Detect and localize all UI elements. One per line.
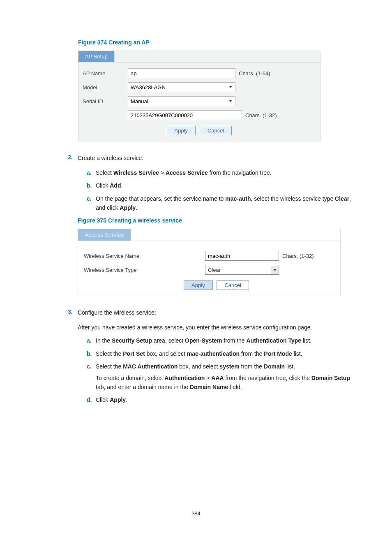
step-3-intro: After you have created a wireless servic… [78, 323, 355, 332]
t: Select the [96, 350, 123, 357]
serial-value-input[interactable] [128, 110, 242, 120]
t: mac-auth [225, 195, 251, 202]
t: Domain [264, 363, 285, 370]
t: Apply [110, 396, 126, 403]
step-3b-alpha: b. [87, 350, 92, 359]
step-2: 2. Create a wireless service: a. Select … [68, 154, 355, 296]
t: > [159, 169, 166, 176]
step-2c-alpha: c. [87, 195, 92, 204]
step-2a: a. Select Wireless Service > Access Serv… [87, 169, 355, 178]
t: Select [96, 169, 113, 176]
t: Add [110, 182, 121, 189]
t: Domain Name [190, 384, 228, 390]
step-3c-alpha: c. [87, 362, 92, 371]
step-2c: c. On the page that appears, set the ser… [87, 195, 355, 212]
step-3b: b. Select the Port Set box, and select m… [87, 350, 355, 359]
t: from the navigation tree, click the [224, 375, 311, 381]
t: On the page that appears, set the servic… [96, 195, 225, 202]
ws-name-input[interactable] [205, 251, 279, 261]
cancel-button[interactable]: Cancel [200, 126, 232, 135]
t: , select the wireless service type [251, 195, 335, 202]
label-model: Model [83, 84, 128, 90]
label-ws-name: Wireless Service Name [84, 253, 205, 259]
t: system [219, 363, 239, 370]
t: Security Setup [112, 337, 152, 344]
t: Click [96, 396, 110, 403]
step-3c: c. Select the MAC Authentication box, an… [87, 362, 355, 392]
t: To create a domain, select [96, 375, 164, 381]
page-number: 384 [0, 510, 392, 517]
t: Domain Setup [311, 375, 350, 381]
t: field. [228, 384, 242, 390]
figure-375-title: Figure 375 Creating a wireless service [78, 217, 355, 224]
t: Access Service [166, 169, 208, 176]
ws-type-value: Clear [208, 267, 221, 273]
step-3a-alpha: a. [87, 336, 92, 345]
step-3d-alpha: d. [87, 396, 92, 405]
cancel-button[interactable]: Cancel [217, 280, 249, 290]
chevron-down-icon [271, 266, 278, 274]
step-3c-extra: To create a domain, select Authenticatio… [96, 374, 355, 392]
t: > [205, 375, 211, 381]
t: tab, and enter a domain name in the [96, 384, 190, 390]
t: Port Mode [264, 350, 292, 357]
serial-id-select[interactable] [128, 96, 235, 106]
ap-name-input[interactable] [128, 68, 235, 78]
apply-button[interactable]: Apply [184, 280, 213, 290]
step-3-num: 3. [68, 308, 73, 315]
step-2-num: 2. [68, 154, 73, 160]
t: Authentication [164, 375, 205, 381]
step-3d: d. Click Apply. [87, 396, 355, 405]
t: list. [301, 337, 311, 344]
step-3-title: Configure the wireless service: [78, 309, 156, 316]
t: from the [222, 337, 246, 344]
model-select[interactable] [128, 82, 235, 92]
hint-ap-name: Chars. (1-64) [239, 70, 270, 76]
figure-374-title: Figure 374 Creating an AP [78, 39, 355, 46]
t: Apply [120, 204, 136, 211]
t: Clear [335, 195, 349, 202]
ap-setup-panel: AP Setup AP Name Chars. (1-64) Model Ser… [78, 51, 321, 141]
tab-access-service[interactable]: Access Service [78, 229, 131, 241]
step-2b-alpha: b. [87, 181, 92, 190]
t: Click [96, 182, 110, 189]
step-3: 3. Configure the wireless service: After… [68, 308, 355, 405]
t: . [126, 396, 127, 403]
ws-type-select[interactable]: Clear [205, 265, 279, 275]
t: . [121, 182, 122, 189]
t: from the [240, 350, 264, 357]
label-ap-name: AP Name [83, 70, 128, 76]
t: . [136, 204, 137, 211]
t: from the [240, 363, 264, 370]
step-3a: a. In the Security Setup area, select Op… [87, 336, 355, 345]
t: mac-authentication [187, 350, 240, 357]
t: Port Set [123, 350, 145, 357]
t: Authentication Type [247, 337, 302, 344]
t: MAC Authentication [123, 363, 178, 370]
t: list. [285, 363, 295, 370]
t: box, and select [178, 363, 219, 370]
tab-rest [131, 229, 340, 241]
label-ws-type: Wireless Service Type [84, 267, 205, 273]
step-2b: b. Click Add. [87, 181, 355, 190]
t: list. [292, 350, 302, 357]
t: Open-System [185, 337, 222, 344]
hint-ws-name: Chars. (1-32) [282, 253, 314, 259]
t: from the navigation tree. [208, 169, 272, 176]
t: area, select [152, 337, 185, 344]
hint-serial: Chars. (1-32) [245, 112, 277, 118]
tab-ap-setup[interactable]: AP Setup [78, 51, 115, 63]
t: box, and select [145, 350, 187, 357]
t: In the [96, 337, 112, 344]
t: Wireless Service [113, 169, 159, 176]
t: Select the [96, 363, 123, 370]
apply-button[interactable]: Apply [167, 126, 196, 135]
access-service-panel: Access Service Wireless Service Name Cha… [78, 229, 341, 296]
tab-rest [115, 51, 320, 63]
step-2-title: Create a wireless service: [78, 155, 143, 161]
t: AAA [211, 375, 224, 381]
step-2a-alpha: a. [87, 169, 92, 178]
label-serial-id: Serial ID [83, 98, 128, 104]
